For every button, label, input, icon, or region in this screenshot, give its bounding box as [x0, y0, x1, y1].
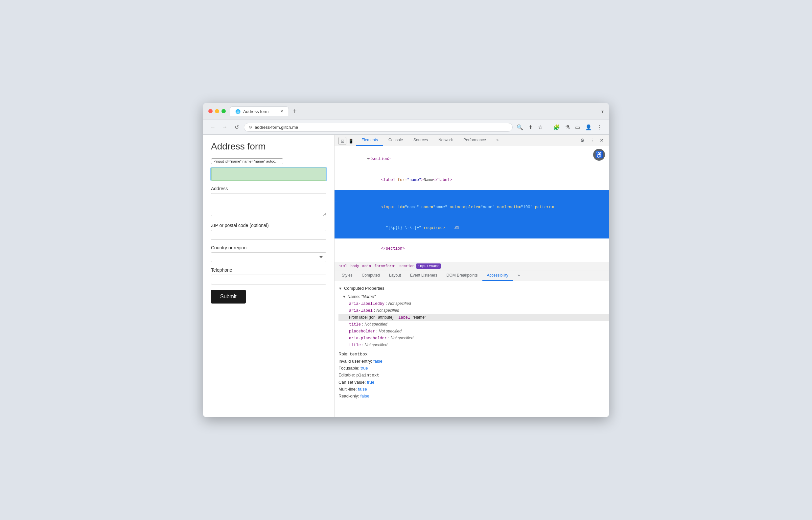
maximize-traffic-light[interactable]: [222, 109, 226, 113]
active-tab[interactable]: 🌐 Address form ×: [230, 106, 289, 116]
address-input[interactable]: [211, 193, 326, 216]
devtools-header: ⊡ 📱 Elements Console Sources Network Per…: [334, 135, 609, 146]
title-bar: 🌐 Address form × + ▾: [203, 103, 609, 120]
invalid-user-entry-row: Invalid user entry: false: [338, 358, 605, 365]
html-line-5[interactable]: </section>: [334, 238, 609, 259]
url-bar[interactable]: ⊙ address-form.glitch.me: [244, 123, 513, 132]
submit-button[interactable]: Submit: [211, 290, 246, 304]
focusable-row: Focusable: true: [338, 365, 605, 371]
accessibility-icon[interactable]: ♿: [593, 149, 605, 161]
name-label: Name:: [347, 294, 360, 299]
breadcrumb-input[interactable]: input#name: [416, 263, 441, 269]
zip-label: ZIP or postal code (optional): [211, 223, 326, 228]
close-traffic-light[interactable]: [208, 109, 212, 113]
telephone-input[interactable]: [211, 275, 326, 284]
placeholder-key: placeholder: [349, 329, 375, 334]
breadcrumb-form[interactable]: form#form1: [373, 263, 397, 269]
extension-icon[interactable]: 🧩: [552, 123, 561, 132]
share-icon[interactable]: ⬆: [527, 123, 534, 132]
html-line-3[interactable]: … <input id="name" name="name" autocompl…: [334, 190, 609, 218]
back-button[interactable]: ←: [208, 123, 218, 132]
element-picker-button[interactable]: ⊡: [338, 137, 346, 145]
new-tab-button[interactable]: +: [290, 106, 299, 116]
search-icon[interactable]: 🔍: [515, 123, 525, 132]
minimize-traffic-light[interactable]: [215, 109, 219, 113]
title-row-2: title : Not specified: [342, 342, 605, 348]
html-view-container: ▼<section> <label for="name">Name</label…: [334, 146, 609, 262]
breadcrumb-body[interactable]: body: [349, 263, 360, 269]
name-input-highlighted[interactable]: [211, 167, 326, 181]
devtools-more-button[interactable]: ⋮: [588, 136, 596, 144]
tab-sidebar-more[interactable]: »: [513, 270, 525, 281]
devtools-icon[interactable]: ▭: [574, 123, 581, 132]
from-label-element[interactable]: label: [396, 315, 410, 320]
zip-input[interactable]: [211, 230, 326, 240]
placeholder-row: placeholder : Not specified: [342, 328, 605, 335]
tab-event-listeners[interactable]: Event Listeners: [406, 270, 442, 281]
invalid-user-entry-value: false: [373, 359, 382, 364]
breadcrumb-main[interactable]: main: [361, 263, 372, 269]
from-label-row: From label (for= attribute): label "Name…: [338, 314, 609, 321]
tab-elements[interactable]: Elements: [356, 135, 383, 146]
read-only-label: Read-only:: [338, 393, 360, 398]
tab-bar: 🌐 Address form × + ▾: [230, 106, 604, 116]
tab-sources[interactable]: Sources: [408, 135, 433, 146]
lighthouse-icon[interactable]: ⚗: [564, 123, 571, 132]
can-set-value-label: Can set value:: [338, 380, 367, 385]
country-label: Country or region: [211, 245, 326, 250]
more-icon[interactable]: ⋮: [596, 123, 604, 132]
tab-network[interactable]: Network: [433, 135, 458, 146]
name-prop-header[interactable]: ▼ Name: "Name": [342, 293, 605, 300]
can-set-value-row: Can set value: true: [338, 379, 605, 386]
tab-title-text: Address form: [243, 109, 269, 114]
toolbar-icons: 🔍 ⬆ ☆ 🧩 ⚗ ▭ 👤 ⋮: [515, 123, 604, 132]
aria-labelledby-value: Not specified: [388, 301, 411, 306]
aria-labelledby-key: aria-labelledby: [349, 302, 384, 306]
placeholder-value: Not specified: [379, 329, 402, 333]
tab-list-button[interactable]: ▾: [601, 109, 604, 114]
bookmark-icon[interactable]: ☆: [537, 123, 544, 132]
tab-icon: 🌐: [235, 109, 240, 114]
breadcrumb-section[interactable]: section: [398, 263, 416, 269]
tab-console[interactable]: Console: [383, 135, 408, 146]
tab-layout[interactable]: Layout: [384, 270, 406, 281]
reload-button[interactable]: ↺: [232, 123, 241, 132]
aria-placeholder-row: aria-placeholder : Not specified: [342, 335, 605, 342]
title-key-2: title: [349, 343, 361, 347]
tab-accessibility[interactable]: Accessibility: [482, 270, 513, 281]
aria-placeholder-key: aria-placeholder: [349, 336, 387, 341]
editable-row: Editable: plaintext: [338, 371, 605, 379]
role-value: textbox: [350, 352, 368, 357]
breadcrumb-html[interactable]: html: [337, 263, 348, 269]
tab-styles[interactable]: Styles: [337, 270, 357, 281]
name-value: "Name": [361, 294, 376, 299]
tab-more[interactable]: »: [491, 135, 504, 146]
country-select[interactable]: [211, 252, 326, 262]
editable-value: plaintext: [356, 373, 379, 378]
aria-labelledby-row: aria-labelledby : Not specified: [342, 300, 605, 307]
aria-label-key: aria-label: [349, 308, 373, 313]
forward-button[interactable]: →: [220, 123, 229, 132]
computed-props-arrow: ▼: [338, 286, 342, 290]
html-line-1[interactable]: ▼<section>: [334, 149, 609, 170]
devtools-close-button[interactable]: ✕: [599, 136, 605, 144]
settings-button[interactable]: ⚙: [579, 136, 586, 144]
tab-performance[interactable]: Performance: [458, 135, 491, 146]
html-line-2[interactable]: <label for="name">Name</label>: [334, 170, 609, 190]
role-label: Role:: [338, 352, 350, 357]
aria-placeholder-value: Not specified: [391, 336, 413, 340]
focusable-value: true: [360, 366, 368, 370]
tab-computed[interactable]: Computed: [357, 270, 384, 281]
device-mode-button[interactable]: 📱: [347, 137, 355, 145]
tab-dom-breakpoints[interactable]: DOM Breakpoints: [442, 270, 482, 281]
computed-props-label: Computed Properties: [344, 286, 384, 291]
accessibility-panel: ▼ Computed Properties ▼ Name: "Name" ari…: [334, 281, 609, 417]
page-title: Address form: [211, 141, 326, 152]
html-line-4[interactable]: "[\p{L} \-\.]+" required> == $0: [334, 218, 609, 238]
multi-line-label: Multi-line:: [338, 387, 358, 392]
profile-icon[interactable]: 👤: [584, 123, 593, 132]
tab-close-button[interactable]: ×: [280, 109, 283, 114]
title-key-1: title: [349, 322, 361, 327]
name-section: ▼ Name: "Name" aria-labelledby : Not spe…: [342, 293, 605, 348]
computed-props-header[interactable]: ▼ Computed Properties: [338, 284, 605, 293]
